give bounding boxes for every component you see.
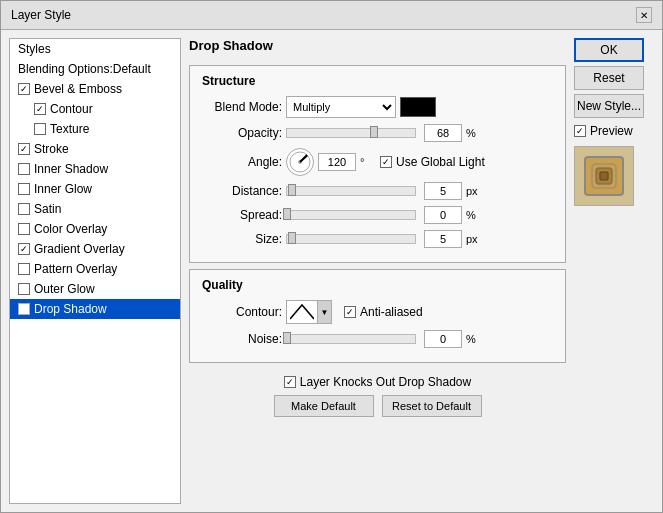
ok-button[interactable]: OK bbox=[574, 38, 644, 62]
distance-input[interactable] bbox=[424, 182, 462, 200]
sidebar-item-styles[interactable]: Styles bbox=[10, 39, 180, 59]
spread-unit: % bbox=[466, 209, 482, 221]
blend-mode-label: Blend Mode: bbox=[202, 100, 282, 114]
anti-aliased-checkbox[interactable] bbox=[344, 306, 356, 318]
size-input[interactable] bbox=[424, 230, 462, 248]
contour-field-label: Contour: bbox=[202, 305, 282, 319]
gradient-overlay-checkbox[interactable] bbox=[18, 243, 30, 255]
drop-shadow-checkbox[interactable] bbox=[18, 303, 30, 315]
center-bottom: Layer Knocks Out Drop Shadow Make Defaul… bbox=[189, 375, 566, 417]
size-unit: px bbox=[466, 233, 482, 245]
sidebar-item-blending[interactable]: Blending Options:Default bbox=[10, 59, 180, 79]
distance-slider[interactable] bbox=[286, 186, 416, 196]
global-light-checkbox[interactable] bbox=[380, 156, 392, 168]
title-bar: Layer Style ✕ bbox=[1, 1, 662, 30]
right-panel: OK Reset New Style... Preview bbox=[574, 38, 654, 504]
blend-mode-select[interactable]: Multiply Normal Screen Overlay bbox=[286, 96, 396, 118]
contour-preview-box[interactable] bbox=[287, 301, 317, 323]
angle-label: Angle: bbox=[202, 155, 282, 169]
global-light-label[interactable]: Use Global Light bbox=[380, 155, 485, 169]
anti-aliased-label[interactable]: Anti-aliased bbox=[344, 305, 423, 319]
opacity-thumb[interactable] bbox=[370, 126, 378, 138]
sidebar-item-contour[interactable]: Contour bbox=[10, 99, 180, 119]
sidebar-item-stroke[interactable]: Stroke bbox=[10, 139, 180, 159]
satin-label: Satin bbox=[34, 202, 61, 216]
sidebar-item-inner-glow[interactable]: Inner Glow bbox=[10, 179, 180, 199]
layer-knocks-out-checkbox[interactable] bbox=[284, 376, 296, 388]
contour-dropdown-arrow[interactable]: ▼ bbox=[317, 301, 331, 323]
distance-thumb[interactable] bbox=[288, 184, 296, 196]
size-thumb[interactable] bbox=[288, 232, 296, 244]
opacity-unit: % bbox=[466, 127, 482, 139]
distance-unit: px bbox=[466, 185, 482, 197]
angle-dial[interactable] bbox=[286, 148, 314, 176]
layer-knocks-out-label: Layer Knocks Out Drop Shadow bbox=[300, 375, 471, 389]
distance-row: Distance: px bbox=[202, 182, 553, 200]
preview-checkbox[interactable] bbox=[574, 125, 586, 137]
noise-thumb[interactable] bbox=[283, 332, 291, 344]
noise-unit: % bbox=[466, 333, 482, 345]
shadow-color-swatch[interactable] bbox=[400, 97, 436, 117]
preview-row: Preview bbox=[574, 124, 654, 138]
noise-input[interactable] bbox=[424, 330, 462, 348]
distance-label: Distance: bbox=[202, 184, 282, 198]
noise-slider[interactable] bbox=[286, 334, 416, 344]
inner-shadow-checkbox[interactable] bbox=[18, 163, 30, 175]
structure-title: Structure bbox=[202, 74, 553, 88]
spread-slider[interactable] bbox=[286, 210, 416, 220]
bevel-checkbox[interactable] bbox=[18, 83, 30, 95]
angle-unit: ° bbox=[360, 156, 376, 168]
contour-row: Contour: ▼ Anti-aliased bbox=[202, 300, 553, 324]
texture-checkbox[interactable] bbox=[34, 123, 46, 135]
satin-checkbox[interactable] bbox=[18, 203, 30, 215]
sidebar-item-inner-shadow[interactable]: Inner Shadow bbox=[10, 159, 180, 179]
sidebar-item-gradient-overlay[interactable]: Gradient Overlay bbox=[10, 239, 180, 259]
center-panel: Drop Shadow Structure Blend Mode: Multip… bbox=[189, 38, 566, 504]
contour-selector[interactable]: ▼ bbox=[286, 300, 332, 324]
opacity-row: Opacity: % bbox=[202, 124, 553, 142]
inner-glow-checkbox[interactable] bbox=[18, 183, 30, 195]
sidebar-item-bevel[interactable]: Bevel & Emboss bbox=[10, 79, 180, 99]
reset-to-default-button[interactable]: Reset to Default bbox=[382, 395, 482, 417]
spread-thumb[interactable] bbox=[283, 208, 291, 220]
sidebar-item-texture[interactable]: Texture bbox=[10, 119, 180, 139]
size-slider[interactable] bbox=[286, 234, 416, 244]
sidebar-item-color-overlay[interactable]: Color Overlay bbox=[10, 219, 180, 239]
reset-button[interactable]: Reset bbox=[574, 66, 644, 90]
opacity-slider[interactable] bbox=[286, 128, 416, 138]
outer-glow-checkbox[interactable] bbox=[18, 283, 30, 295]
main-title: Drop Shadow bbox=[189, 38, 566, 53]
spread-label: Spread: bbox=[202, 208, 282, 222]
sidebar-item-outer-glow[interactable]: Outer Glow bbox=[10, 279, 180, 299]
layer-style-dialog: Layer Style ✕ Styles Blending Options:De… bbox=[0, 0, 663, 513]
inner-glow-label: Inner Glow bbox=[34, 182, 92, 196]
outer-glow-label: Outer Glow bbox=[34, 282, 95, 296]
left-panel: Styles Blending Options:Default Bevel & … bbox=[9, 38, 181, 504]
texture-label: Texture bbox=[50, 122, 89, 136]
sidebar-item-pattern-overlay[interactable]: Pattern Overlay bbox=[10, 259, 180, 279]
close-button[interactable]: ✕ bbox=[636, 7, 652, 23]
contour-checkbox[interactable] bbox=[34, 103, 46, 115]
spread-row: Spread: % bbox=[202, 206, 553, 224]
sidebar-item-satin[interactable]: Satin bbox=[10, 199, 180, 219]
sidebar-item-drop-shadow[interactable]: Drop Shadow bbox=[10, 299, 180, 319]
make-default-button[interactable]: Make Default bbox=[274, 395, 374, 417]
opacity-input[interactable] bbox=[424, 124, 462, 142]
stroke-checkbox[interactable] bbox=[18, 143, 30, 155]
new-style-button[interactable]: New Style... bbox=[574, 94, 644, 118]
pattern-overlay-checkbox[interactable] bbox=[18, 263, 30, 275]
angle-input[interactable] bbox=[318, 153, 356, 171]
noise-row: Noise: % bbox=[202, 330, 553, 348]
preview-label: Preview bbox=[590, 124, 633, 138]
svg-rect-5 bbox=[600, 172, 608, 180]
color-overlay-checkbox[interactable] bbox=[18, 223, 30, 235]
dialog-body: Styles Blending Options:Default Bevel & … bbox=[1, 30, 662, 512]
dialog-title: Layer Style bbox=[11, 8, 71, 22]
angle-row: Angle: ° Use Global Light bbox=[202, 148, 553, 176]
spread-input[interactable] bbox=[424, 206, 462, 224]
drop-shadow-label: Drop Shadow bbox=[34, 302, 107, 316]
bevel-label: Bevel & Emboss bbox=[34, 82, 122, 96]
noise-label: Noise: bbox=[202, 332, 282, 346]
opacity-label: Opacity: bbox=[202, 126, 282, 140]
stroke-label: Stroke bbox=[34, 142, 69, 156]
